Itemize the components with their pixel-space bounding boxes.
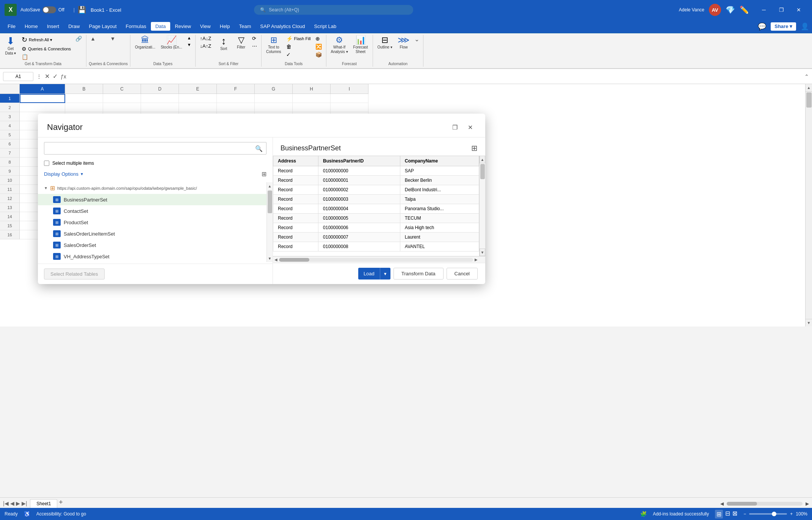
diamond-icon[interactable]: 💎	[726, 5, 735, 14]
menu-item-draw[interactable]: Draw	[64, 22, 84, 31]
row-number-7[interactable]: 7	[0, 148, 20, 158]
col-header-E[interactable]: E	[179, 84, 217, 94]
sort-az-button[interactable]: ↑A↓Z	[198, 35, 213, 42]
cell-D2[interactable]	[141, 103, 179, 112]
cell-E1[interactable]	[179, 94, 217, 103]
zoom-slider[interactable]	[749, 513, 787, 515]
tree-item-salesorderlineitemset[interactable]: ⊞ SalesOrderLineItemSet	[38, 228, 266, 239]
data-types-scroll-up[interactable]: ▲	[185, 35, 193, 41]
advanced-button[interactable]: ⋯	[250, 42, 259, 50]
normal-view-button[interactable]: ⊞	[715, 510, 723, 518]
row-number-16[interactable]: 16	[0, 230, 20, 239]
sort-za-button[interactable]: ↓A↑Z	[198, 42, 213, 50]
col-header-D[interactable]: D	[141, 84, 179, 94]
cancel-button[interactable]: Cancel	[447, 268, 478, 280]
select-multiple-checkbox[interactable]	[44, 161, 49, 166]
ribbon-scroll-up[interactable]: ▲	[89, 35, 97, 42]
ribbon-scroll-down[interactable]: ▼	[98, 35, 128, 42]
autosave-toggle[interactable]	[42, 6, 56, 13]
preview-scroll-thumb[interactable]	[480, 164, 485, 179]
tree-item-salesorderset[interactable]: ⊞ SalesOrderSet	[38, 239, 266, 251]
col-header-F[interactable]: F	[217, 84, 255, 94]
display-options-button[interactable]: Display Options ▼	[44, 171, 84, 177]
flow-button[interactable]: ⋙ Flow	[395, 35, 412, 51]
dialog-close-button[interactable]: ✕	[464, 121, 476, 133]
row-number-12[interactable]: 12	[0, 194, 20, 203]
col-header-B[interactable]: B	[65, 84, 103, 94]
menu-item-team[interactable]: Team	[235, 22, 256, 31]
cell-F2[interactable]	[217, 103, 255, 112]
menu-item-page-layout[interactable]: Page Layout	[85, 22, 121, 31]
load-dropdown-button[interactable]: ▼	[380, 268, 390, 280]
row-number-9[interactable]: 9	[0, 167, 20, 176]
tree-root-item[interactable]: ▼ ⊞ https://api.custom-apim.domain.com/s…	[38, 182, 266, 194]
get-data-button[interactable]: ⬇ GetData ▾	[2, 35, 19, 57]
page-layout-view-button[interactable]: ⊟	[725, 510, 730, 518]
row-number-13[interactable]: 13	[0, 203, 20, 212]
row-number-3[interactable]: 3	[0, 112, 20, 121]
formula-bar-collapse[interactable]: ⌃	[804, 73, 809, 80]
menu-item-file[interactable]: File	[3, 22, 20, 31]
row-number-2[interactable]: 2	[0, 103, 20, 112]
queries-connections-button[interactable]: ⚙ Queries & Connections	[20, 45, 73, 53]
menu-item-data[interactable]: Data	[151, 22, 170, 31]
menu-item-help[interactable]: Help	[215, 22, 235, 31]
cancel-formula-icon[interactable]: ✕	[45, 73, 50, 80]
hscroll-left-button[interactable]: ◀	[274, 258, 277, 262]
cell-I1[interactable]	[331, 94, 368, 103]
properties-button[interactable]: 📋	[20, 53, 73, 61]
menu-item-sap[interactable]: SAP Analytics Cloud	[256, 22, 309, 31]
nav-scroll-down-button[interactable]: ▼	[267, 255, 273, 262]
data-types-scroll-down[interactable]: ▼	[185, 42, 193, 48]
load-button[interactable]: Load	[358, 268, 380, 280]
cell-D1[interactable]	[141, 94, 179, 103]
close-button[interactable]: ✕	[790, 4, 807, 16]
row-number-6[interactable]: 6	[0, 139, 20, 148]
col-header-H[interactable]: H	[293, 84, 331, 94]
select-related-tables-button[interactable]: Select Related Tables	[44, 269, 105, 280]
cell-E2[interactable]	[179, 103, 217, 112]
nav-search-input[interactable]	[44, 142, 266, 155]
cell-B1[interactable]	[65, 94, 103, 103]
tree-item-contactset[interactable]: ⊞ ContactSet	[38, 205, 266, 217]
comments-icon[interactable]: 💬	[758, 22, 766, 31]
tree-item-businesspartnerset[interactable]: ⊞ BusinessPartnerSet	[38, 194, 266, 205]
avatar[interactable]: AV	[709, 4, 721, 16]
data-validation-button[interactable]: ✓	[284, 51, 313, 58]
zoom-in-button[interactable]: +	[790, 511, 793, 517]
flash-fill-button[interactable]: ⚡ Flash Fill	[284, 35, 313, 42]
sheet-nav-prev[interactable]: ◀	[10, 500, 14, 506]
nav-scroll-thumb[interactable]	[268, 191, 272, 213]
sheet-nav-next[interactable]: ▶	[16, 500, 20, 506]
col-header-G[interactable]: G	[255, 84, 293, 94]
cell-A2[interactable]	[20, 103, 65, 112]
pen-icon[interactable]: ✏️	[740, 5, 749, 14]
hscroll-thumb[interactable]	[279, 258, 309, 262]
organizations-button[interactable]: 🏛 Organizati...	[133, 35, 158, 51]
preview-scroll-area[interactable]: Address BusinessPartnerID CompanyName Re…	[273, 156, 479, 256]
insert-function-icon[interactable]: ƒx	[61, 73, 66, 80]
sheet-nav-last[interactable]: ▶|	[22, 500, 27, 506]
col-header-I[interactable]: I	[331, 84, 368, 94]
formula-input[interactable]	[71, 72, 801, 81]
sheet-hscroll-track[interactable]	[727, 502, 803, 506]
menu-item-scriptlab[interactable]: Script Lab	[310, 22, 341, 31]
col-header-C[interactable]: C	[103, 84, 141, 94]
sort-button[interactable]: ↕ Sort	[215, 35, 232, 52]
nav-scroll-up-button[interactable]: ▲	[267, 182, 273, 190]
minimize-button[interactable]: ─	[755, 4, 773, 16]
cell-H2[interactable]	[293, 103, 331, 112]
manage-model-button[interactable]: 📦	[314, 51, 324, 58]
menu-item-home[interactable]: Home	[20, 22, 42, 31]
search-bar[interactable]: 🔍 Search (Alt+Q)	[254, 5, 413, 15]
user-icon[interactable]: 👤	[801, 22, 809, 31]
row-number-8[interactable]: 8	[0, 158, 20, 167]
accept-formula-icon[interactable]: ✓	[53, 73, 58, 80]
transform-data-button[interactable]: Transform Data	[393, 268, 444, 280]
col-header-A[interactable]: A	[20, 84, 65, 94]
refresh-all-button[interactable]: ↻ Refresh All ▾	[20, 35, 73, 45]
cell-C1[interactable]	[103, 94, 141, 103]
formula-bar-expand[interactable]: ⋮	[36, 73, 42, 80]
row-number-11[interactable]: 11	[0, 185, 20, 194]
tree-item-productset[interactable]: ⊞ ProductSet	[38, 217, 266, 228]
